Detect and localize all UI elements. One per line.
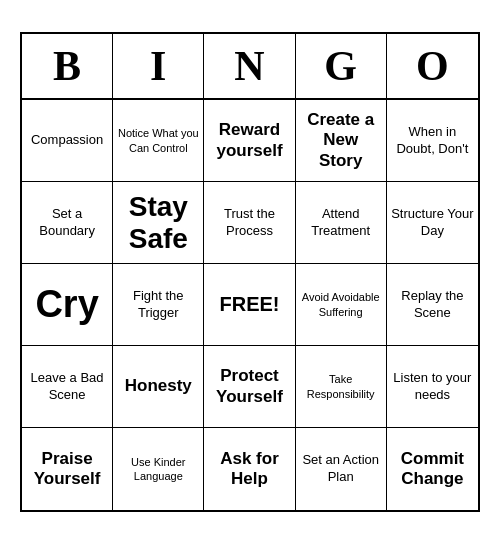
bingo-cell-24: Commit Change — [387, 428, 478, 510]
bingo-cell-13: Avoid Avoidable Suffering — [296, 264, 387, 346]
bingo-cell-15: Leave a Bad Scene — [22, 346, 113, 428]
cell-text-24: Commit Change — [391, 449, 474, 490]
bingo-cell-10: Cry — [22, 264, 113, 346]
cell-text-13: Avoid Avoidable Suffering — [300, 290, 382, 319]
bingo-cell-8: Attend Treatment — [296, 182, 387, 264]
bingo-cell-23: Set an Action Plan — [296, 428, 387, 510]
cell-text-20: Praise Yourself — [26, 449, 108, 490]
cell-text-9: Structure Your Day — [391, 206, 474, 240]
cell-text-11: Fight the Trigger — [117, 288, 199, 322]
cell-text-14: Replay the Scene — [391, 288, 474, 322]
bingo-cell-22: Ask for Help — [204, 428, 295, 510]
cell-text-8: Attend Treatment — [300, 206, 382, 240]
cell-text-19: Listen to your needs — [391, 370, 474, 404]
bingo-cell-12: FREE! — [204, 264, 295, 346]
bingo-letter-o: O — [387, 34, 478, 98]
cell-text-12: FREE! — [219, 293, 279, 316]
cell-text-0: Compassion — [31, 132, 103, 149]
cell-text-21: Use Kinder Language — [117, 455, 199, 484]
bingo-cell-7: Trust the Process — [204, 182, 295, 264]
cell-text-3: Create a New Story — [300, 110, 382, 171]
bingo-letter-b: B — [22, 34, 113, 98]
bingo-header: BINGO — [22, 34, 478, 100]
cell-text-22: Ask for Help — [208, 449, 290, 490]
bingo-cell-11: Fight the Trigger — [113, 264, 204, 346]
bingo-letter-g: G — [296, 34, 387, 98]
cell-text-23: Set an Action Plan — [300, 452, 382, 486]
bingo-letter-n: N — [204, 34, 295, 98]
cell-text-4: When in Doubt, Don't — [391, 124, 474, 158]
bingo-cell-6: Stay Safe — [113, 182, 204, 264]
bingo-letter-i: I — [113, 34, 204, 98]
bingo-cell-19: Listen to your needs — [387, 346, 478, 428]
bingo-cell-2: Reward yourself — [204, 100, 295, 182]
bingo-card: BINGO CompassionNotice What you Can Cont… — [20, 32, 480, 512]
bingo-cell-21: Use Kinder Language — [113, 428, 204, 510]
bingo-cell-9: Structure Your Day — [387, 182, 478, 264]
cell-text-2: Reward yourself — [208, 120, 290, 161]
cell-text-1: Notice What you Can Control — [117, 126, 199, 155]
cell-text-5: Set a Boundary — [26, 206, 108, 240]
bingo-cell-4: When in Doubt, Don't — [387, 100, 478, 182]
bingo-cell-16: Honesty — [113, 346, 204, 428]
cell-text-6: Stay Safe — [117, 191, 199, 255]
bingo-grid: CompassionNotice What you Can ControlRew… — [22, 100, 478, 510]
cell-text-7: Trust the Process — [208, 206, 290, 240]
bingo-cell-20: Praise Yourself — [22, 428, 113, 510]
cell-text-10: Cry — [35, 283, 98, 326]
cell-text-16: Honesty — [125, 376, 192, 396]
bingo-cell-0: Compassion — [22, 100, 113, 182]
bingo-cell-5: Set a Boundary — [22, 182, 113, 264]
cell-text-18: Take Responsibility — [300, 372, 382, 401]
cell-text-15: Leave a Bad Scene — [26, 370, 108, 404]
bingo-cell-1: Notice What you Can Control — [113, 100, 204, 182]
bingo-cell-17: Protect Yourself — [204, 346, 295, 428]
cell-text-17: Protect Yourself — [208, 366, 290, 407]
bingo-cell-14: Replay the Scene — [387, 264, 478, 346]
bingo-cell-18: Take Responsibility — [296, 346, 387, 428]
bingo-cell-3: Create a New Story — [296, 100, 387, 182]
